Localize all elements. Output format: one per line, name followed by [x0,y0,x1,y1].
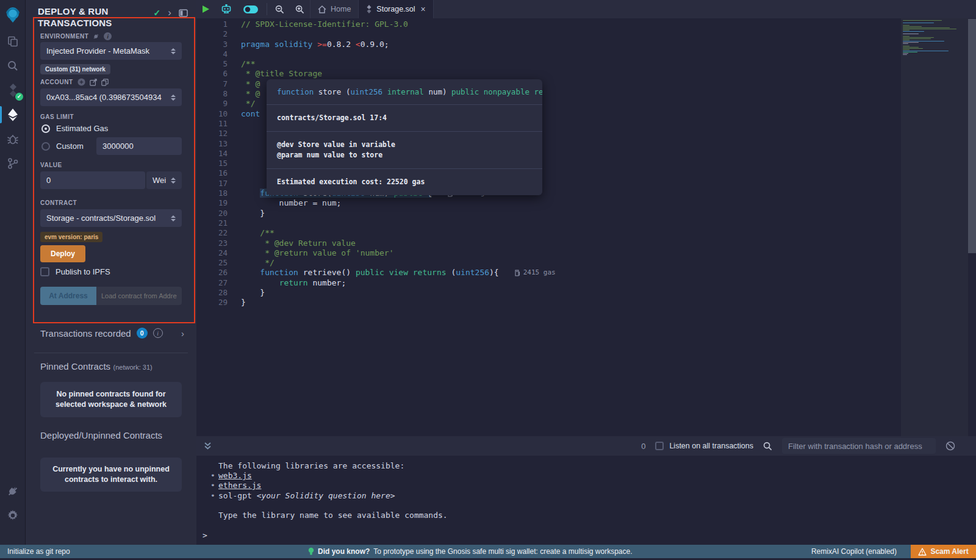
copy-icon[interactable] [101,79,109,86]
terminal-output[interactable]: The following libraries are accessible:•… [196,456,976,545]
zoom-out-icon [275,5,284,14]
transactions-count-badge: 0 [137,328,148,339]
git-icon[interactable] [0,151,26,176]
panel-title: DEPLOY & RUN TRANSACTIONS [38,5,142,29]
scrollbar-thumb[interactable] [968,19,976,253]
transactions-recorded-row: Transactions recorded 0 i › [40,328,184,339]
ban-icon[interactable] [946,441,955,451]
gas-limit-label: GAS LIMIT [40,113,74,120]
collapse-chevrons-icon[interactable] [204,442,212,450]
deploy-run-panel: DEPLOY & RUN TRANSACTIONS ✓ › ENVIRONMEN… [26,0,196,545]
account-select[interactable]: 0xA03...85ac4 (0.398673504934 [40,88,182,106]
expand-chevron-icon[interactable]: › [181,328,184,339]
environment-select[interactable]: Injected Provider - MetaMask [40,42,182,60]
info-icon[interactable]: i [104,32,112,40]
check-icon: ✓ [154,8,161,18]
zoom-in-button[interactable] [290,0,310,18]
select-caret-icon [167,48,176,54]
value-input[interactable]: 0 [40,171,145,189]
status-bar: Initialize as git repo Did you know? To … [0,545,976,558]
scam-alert-button[interactable]: Scam Alert [911,545,976,558]
ai-robot-icon [221,4,232,15]
radio-icon [41,142,50,151]
run-script-button[interactable] [196,0,215,18]
info-icon[interactable]: i [153,328,163,338]
select-caret-icon [167,178,176,184]
remix-logo[interactable] [0,0,26,29]
terminal-count: 0 [641,442,645,451]
terminal-prompt[interactable]: > [203,531,207,540]
zoom-out-button[interactable] [270,0,290,18]
copilot-status[interactable]: RemixAI Copilot (enabled) [811,547,897,556]
evm-version-badge: evm version: paris [40,232,102,242]
home-icon [318,5,326,13]
transaction-filter-input[interactable] [782,438,936,454]
estimated-gas-radio[interactable]: Estimated Gas [41,124,108,133]
terminal-link[interactable]: web3.js [218,471,252,480]
select-caret-icon [167,215,176,221]
custom-gas-input[interactable]: 3000000 [96,137,182,155]
active-indicator [0,106,2,123]
zoom-in-icon [295,5,304,14]
account-label: ACCOUNT [40,78,109,86]
panel-pin-icon[interactable] [179,9,188,17]
tooltip-docs: @dev Store value in variable @param num … [267,131,542,168]
publish-ipfs-checkbox[interactable]: Publish to IPFS [40,267,110,276]
git-init-button[interactable]: Initialize as git repo [7,547,70,556]
gutter: 1234567891011121314151617181920212223242… [196,20,233,308]
checkbox-icon [655,442,664,450]
select-caret-icon [167,95,176,101]
icon-rail: ✓ [0,0,26,545]
annotation-red-box [33,17,195,323]
close-icon[interactable]: × [421,4,426,14]
terminal-link[interactable]: ethers.js [218,481,261,490]
deploy-run-icon[interactable] [0,102,26,127]
value-unit-select[interactable]: Wei [146,171,182,189]
checkbox-icon [40,267,49,276]
divider [34,353,188,353]
lightbulb-icon [308,547,314,556]
unpinned-empty-message: Currently you have no unpinned contracts… [40,458,182,492]
chevron-right-icon[interactable]: › [168,9,171,17]
transactions-recorded-label: Transactions recorded [40,328,131,339]
at-address-input[interactable] [96,287,182,305]
edit-icon[interactable] [90,79,97,86]
main-area: Home Storage.sol × 123456789101112131415… [196,0,976,545]
contract-label: CONTRACT [40,199,77,206]
minimap[interactable] [901,18,968,436]
add-account-icon[interactable] [77,78,85,86]
deploy-button[interactable]: Deploy [40,245,85,262]
compile-success-badge: ✓ [15,93,23,101]
tab-home[interactable]: Home [310,0,359,18]
did-you-know-tip: Did you know? To prototype using the Gno… [308,547,633,556]
tooltip-location: contracts/Storage.sol 17:4 [267,104,542,131]
pinned-contracts-title: Pinned Contracts (network: 31) [40,361,152,372]
value-label: VALUE [40,162,62,168]
at-address-row: At Address [40,287,182,305]
editor-toolbar: Home Storage.sol × [196,0,976,18]
search-icon[interactable] [0,54,26,78]
ai-assistant-button[interactable] [215,0,237,18]
file-explorer-icon[interactable] [0,29,26,54]
copilot-toggle[interactable] [237,0,264,18]
search-icon[interactable] [763,442,772,451]
debugger-icon[interactable] [0,127,26,151]
network-badge: Custom (31) network [40,64,110,74]
environment-label: ENVIRONMENT i [40,32,112,40]
plug-icon[interactable] [93,33,99,40]
custom-gas-radio[interactable]: Custom [41,142,84,151]
contract-select[interactable]: Storage - contracts/Storage.sol [40,209,182,227]
rail-bottom-group [0,479,26,528]
at-address-button[interactable]: At Address [40,287,96,305]
unpinned-contracts-title: Deployed/Unpinned Contracts [40,430,162,440]
plugin-manager-icon[interactable] [0,479,26,503]
editor-scrollbar [968,18,976,436]
code-editor[interactable]: 1234567891011121314151617181920212223242… [196,18,976,436]
solidity-compiler-icon[interactable]: ✓ [0,78,26,102]
settings-gear-icon[interactable] [0,503,26,528]
tab-storage-sol[interactable]: Storage.sol × [359,0,433,18]
listen-all-checkbox[interactable]: Listen on all transactions [655,442,753,450]
play-icon [202,5,210,13]
hover-tooltip: function store (uint256 internal num) pu… [267,79,542,195]
toggle-icon [243,5,259,14]
